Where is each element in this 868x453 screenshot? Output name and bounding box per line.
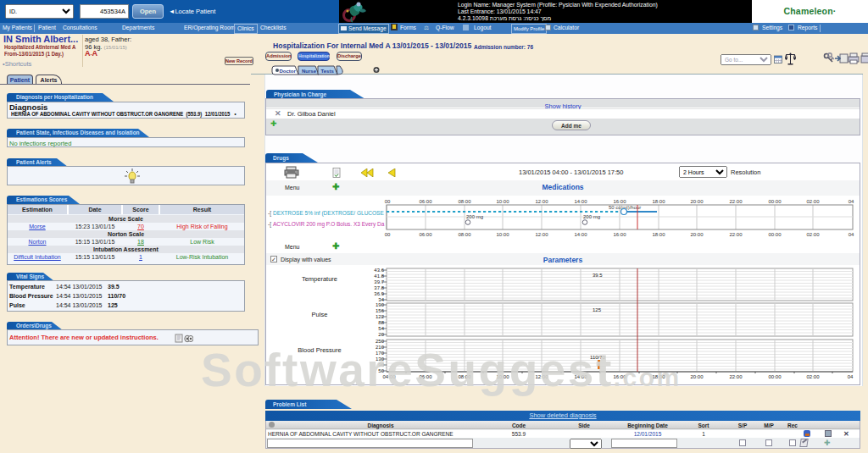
svg-text:02:00: 02:00 bbox=[806, 199, 820, 204]
svg-text:06:00: 06:00 bbox=[419, 232, 432, 237]
svg-text:39.5: 39.5 bbox=[593, 273, 603, 278]
svg-text:22:00: 22:00 bbox=[729, 374, 743, 379]
svg-text:00: 00 bbox=[385, 232, 391, 237]
svg-text:ACYCLOVIR 200 mg P.O Bolus. X3: ACYCLOVIR 200 mg P.O Bolus. X3 Every Da bbox=[273, 221, 385, 228]
svg-text:37.8: 37.8 bbox=[374, 285, 384, 290]
svg-text:04: 04 bbox=[849, 232, 854, 237]
svg-text:156: 156 bbox=[376, 308, 385, 313]
svg-text:08:00: 08:00 bbox=[458, 199, 471, 204]
svg-text:88: 88 bbox=[378, 320, 384, 325]
svg-text:-[: -[ bbox=[268, 221, 271, 228]
svg-text:06:00: 06:00 bbox=[419, 199, 432, 204]
svg-text:04: 04 bbox=[848, 374, 854, 379]
svg-text:16:00: 16:00 bbox=[613, 232, 626, 237]
svg-text:190: 190 bbox=[376, 302, 385, 307]
svg-text:36.9: 36.9 bbox=[374, 291, 384, 296]
svg-text:00:00: 00:00 bbox=[768, 232, 782, 237]
svg-text:14:00: 14:00 bbox=[574, 199, 587, 204]
svg-text:08:00: 08:00 bbox=[458, 232, 471, 237]
svg-text:41.8: 41.8 bbox=[374, 273, 384, 279]
svg-text:22:00: 22:00 bbox=[729, 232, 743, 237]
svg-text:-[: -[ bbox=[268, 210, 271, 217]
svg-text:125: 125 bbox=[593, 307, 602, 312]
svg-text:12:00: 12:00 bbox=[535, 199, 548, 204]
svg-text:18:00: 18:00 bbox=[652, 199, 665, 204]
svg-text:20:00: 20:00 bbox=[690, 232, 704, 237]
svg-text:20:00: 20:00 bbox=[690, 374, 704, 379]
svg-text:00: 00 bbox=[385, 199, 391, 204]
svg-text:04: 04 bbox=[849, 199, 854, 204]
svg-text:18:00: 18:00 bbox=[652, 232, 665, 237]
svg-text:200 mg: 200 mg bbox=[583, 214, 600, 219]
svg-text:54: 54 bbox=[378, 326, 384, 331]
svg-text:Doctor: Doctor bbox=[280, 69, 297, 74]
svg-text:43.6: 43.6 bbox=[374, 268, 384, 273]
svg-text:10:00: 10:00 bbox=[496, 232, 509, 237]
svg-text:00:00: 00:00 bbox=[768, 199, 782, 204]
svg-text:Nurse: Nurse bbox=[302, 69, 317, 74]
svg-text:200 mg: 200 mg bbox=[466, 214, 483, 219]
svg-text:02:00: 02:00 bbox=[806, 374, 820, 379]
svg-text:16:00: 16:00 bbox=[613, 199, 626, 204]
svg-text:20:00: 20:00 bbox=[690, 199, 704, 204]
svg-text:DEXTROSE 5% inf (DEXTROSE/ GLU: DEXTROSE 5% inf (DEXTROSE/ GLUCOSE bbox=[273, 210, 384, 217]
svg-text:00:00: 00:00 bbox=[768, 374, 782, 379]
svg-text:12:00: 12:00 bbox=[535, 232, 548, 237]
svg-text:39.7: 39.7 bbox=[374, 279, 384, 285]
svg-text:22:00: 22:00 bbox=[729, 199, 743, 204]
svg-text:02:00: 02:00 bbox=[806, 232, 820, 237]
svg-text:14:00: 14:00 bbox=[574, 232, 587, 237]
svg-text:122: 122 bbox=[376, 314, 385, 319]
svg-text:20: 20 bbox=[378, 332, 384, 337]
svg-text:Tests: Tests bbox=[321, 69, 335, 74]
svg-text:10:00: 10:00 bbox=[496, 199, 509, 204]
